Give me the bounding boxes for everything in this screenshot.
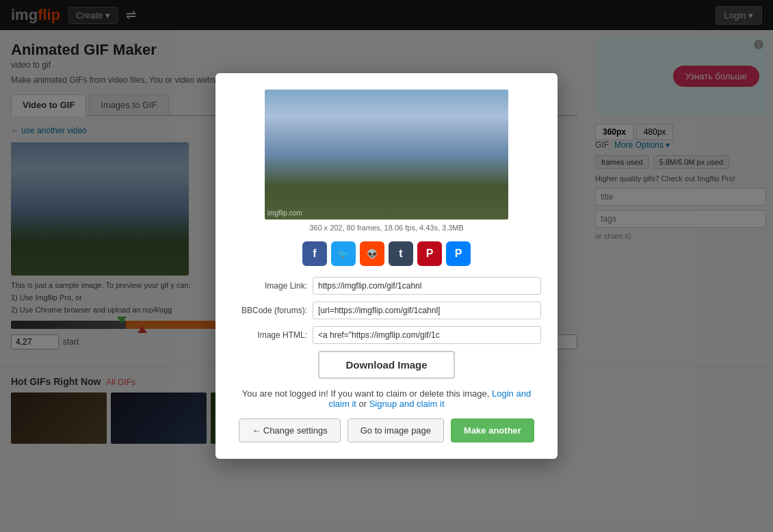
modal: imgflip.com 360 x 202, 80 frames, 18.06 … (215, 73, 558, 453)
social-share-row: f 🐦 👽 t P P (232, 241, 541, 266)
change-settings-button[interactable]: ← Change settings (239, 418, 341, 442)
signup-claim-link[interactable]: Signup and claim it (369, 399, 445, 409)
html-input[interactable] (313, 326, 541, 344)
pixiv-share-button[interactable]: P (446, 241, 471, 266)
reddit-share-button[interactable]: 👽 (360, 241, 384, 266)
image-link-label: Image Link: (232, 281, 307, 291)
facebook-share-button[interactable]: f (302, 241, 327, 266)
twitter-share-button[interactable]: 🐦 (331, 241, 356, 266)
modal-action-row: ← Change settings Go to image page Make … (232, 418, 541, 442)
bbcode-row: BBCode (forums): (232, 302, 541, 319)
image-link-input[interactable] (313, 277, 541, 295)
tumblr-share-button[interactable]: t (389, 241, 413, 266)
image-link-row: Image Link: (232, 277, 541, 295)
bbcode-input[interactable] (313, 302, 541, 319)
modal-overlay: imgflip.com 360 x 202, 80 frames, 18.06 … (0, 0, 773, 453)
make-another-button[interactable]: Make another (451, 418, 534, 442)
modal-gif-preview: imgflip.com (265, 90, 508, 220)
go-to-image-page-button[interactable]: Go to image page (348, 418, 444, 442)
modal-gif-info: 360 x 202, 80 frames, 18.06 fps, 4.43s, … (232, 224, 541, 232)
html-label: Image HTML: (232, 330, 307, 340)
html-row: Image HTML: (232, 326, 541, 344)
bbcode-label: BBCode (forums): (232, 306, 307, 315)
pinterest-share-button[interactable]: P (417, 241, 442, 266)
gif-watermark: imgflip.com (267, 209, 302, 217)
not-logged-text: You are not logged in! If you want to cl… (232, 388, 541, 409)
download-image-button[interactable]: Download Image (318, 351, 455, 379)
